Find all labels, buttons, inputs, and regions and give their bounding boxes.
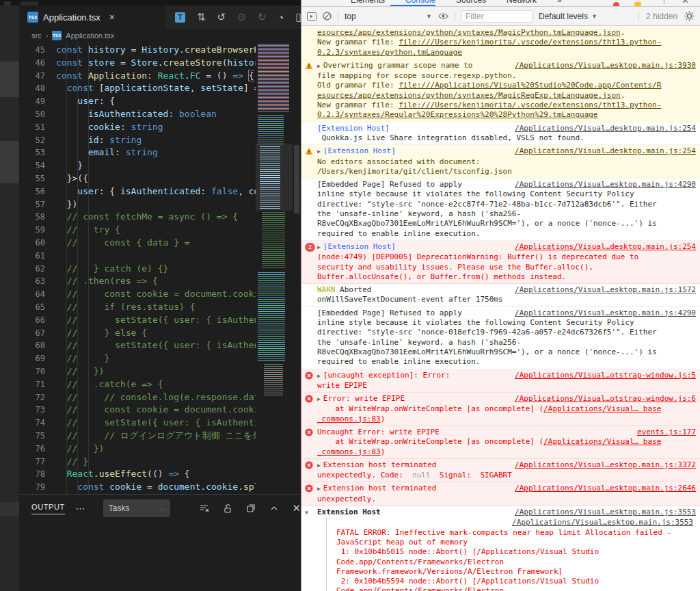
breadcrumb[interactable]: src › TSX Application.tsx	[19, 29, 301, 42]
source-link[interactable]: /Applications/Visual…esktop.main.js:3553	[512, 518, 693, 527]
tab-network[interactable]: Network	[505, 0, 538, 7]
code-line[interactable]: 59 // try {	[19, 224, 256, 237]
code-line[interactable]: 60 // const { data } =	[19, 237, 256, 250]
source-link[interactable]: 0.2.3/syntaxes/Regular%20Expressions%20%…	[317, 110, 598, 119]
code-line[interactable]: 76 // })	[19, 443, 256, 456]
nav-forward-icon[interactable]: ↻	[258, 11, 267, 23]
source-link[interactable]: _commons.js:83	[317, 415, 381, 423]
code-line[interactable]: 57 })	[19, 198, 256, 211]
code-line[interactable]: 62 // } catch (e) {}	[19, 263, 256, 276]
source-link[interactable]: /Applications/Visual…esktop.main.js:2646	[515, 484, 696, 493]
console-message[interactable]: ▶[Extension Host]/Applications/Visual…de…	[301, 145, 700, 179]
code-line[interactable]: 46const store = Store.createStore(histor	[19, 57, 256, 70]
console-log[interactable]: esources/app/extensions/python/syntaxes/…	[301, 27, 700, 591]
code-line[interactable]: 51 cookie: string	[19, 121, 256, 134]
log-levels-select[interactable]: Default levels ▼	[539, 12, 597, 21]
expand-icon[interactable]: ▼	[305, 508, 308, 591]
code-line[interactable]: 45const history = History.createBrowserH	[19, 44, 256, 57]
code-line[interactable]: 78 React.useEffect(() => {	[19, 468, 256, 481]
unlock-icon[interactable]	[222, 503, 233, 514]
code-line[interactable]: 58 // const fetchMe = async () => {	[19, 211, 256, 224]
source-link[interactable]: file:///Users/kenjimorita/.vscode/extens…	[399, 101, 661, 109]
console-message[interactable]: ▶Overwriting grammar scope name to/Appli…	[301, 60, 700, 122]
code-line[interactable]: 53 email: string	[19, 146, 256, 159]
tab-application-tsx[interactable]: TSX Application.tsx ×	[19, 5, 165, 29]
code-line[interactable]: 52 id: string	[19, 134, 256, 147]
code-line[interactable]: 61	[19, 250, 256, 263]
code-line[interactable]: 48 const [applicationState, setState] =	[19, 82, 256, 95]
source-link[interactable]: _commons.js:83	[317, 447, 381, 456]
console-message[interactable]: ▶Error: write EPIPE/Applications/Visual……	[301, 393, 700, 426]
code-line[interactable]: 49 user: {	[19, 95, 256, 108]
source-link[interactable]: /Applications/Visual…desktop.main.js:254	[515, 124, 696, 133]
expand-icon[interactable]: ▶	[317, 486, 321, 492]
breadcrumb-folder[interactable]: src	[31, 31, 42, 40]
code-line[interactable]: 67 // } else {	[19, 327, 256, 340]
expand-icon[interactable]: ▶	[317, 63, 321, 69]
console-message[interactable]: ▶[uncaught exception]: Error:/Applicatio…	[301, 369, 700, 393]
source-link[interactable]: /Applications/Visual…otstrap-window.js:6	[515, 394, 696, 404]
code-line[interactable]: 68 // setState({ user: { isAuthen	[19, 339, 256, 352]
code-line[interactable]: 54 }	[19, 159, 256, 172]
code-line[interactable]: 47const Application: React.FC = () => {	[19, 70, 256, 83]
source-link[interactable]: events.js:177	[637, 428, 696, 437]
source-link[interactable]: /Applications/Visual…esktop.main.js:3930	[515, 61, 696, 70]
source-link[interactable]: file:///Users/kenjimorita/.vscode/extens…	[399, 38, 661, 47]
code-line[interactable]: 74 // setState({ user: { isAuthenti	[19, 417, 256, 430]
code-line[interactable]: 72 // // console.log(e.response.dat	[19, 391, 256, 404]
source-link[interactable]: /Applications/Visual…otstrap-window.js:5	[515, 371, 696, 380]
source-link[interactable]: /Applications/Visual…esktop.main.js:3553	[515, 508, 696, 517]
devtools-menu-icon[interactable]: ⋮	[660, 0, 669, 5]
source-link[interactable]: /Applications/Visual…esktop.main.js:3372	[515, 460, 696, 470]
console-message[interactable]: ▼Extension Host/Applications/Visual…eskt…	[301, 506, 700, 591]
maximize-panel-icon[interactable]	[269, 503, 280, 514]
console-message[interactable]: ▶Extension host terminated/Applications/…	[301, 459, 700, 483]
code-line[interactable]: 64 // const cookie = document.cooki	[19, 288, 256, 301]
source-link[interactable]: 0.2.3/syntaxes/python.tmLanguage	[317, 48, 462, 57]
source-link[interactable]: file:///Applications/Visual%20Studio%20C…	[399, 81, 661, 90]
tab-elements[interactable]: Elements	[349, 0, 386, 7]
code-line[interactable]: 75 // // ログインログアウト制御 ここを外	[19, 430, 256, 443]
expand-icon[interactable]: ▶	[317, 373, 321, 379]
code-line[interactable]: 55 }>({	[19, 172, 256, 185]
more-tabs-icon[interactable]: »	[556, 0, 563, 7]
panel-more-icon[interactable]: ⋯	[76, 503, 87, 514]
code-line[interactable]: 56 user: { isAuthenticated: false, co	[19, 185, 256, 198]
code-line[interactable]: 69 // }	[19, 352, 256, 365]
source-link[interactable]: /Applications/Visual… base	[543, 404, 661, 413]
minimap[interactable]	[256, 42, 293, 398]
source-link[interactable]: /Applications/Visual…desktop.main.js:254	[515, 242, 696, 252]
code-line[interactable]: 63 // .then(res => {	[19, 275, 256, 288]
source-link[interactable]: esources/app/extensions/python/syntaxes/…	[317, 28, 621, 37]
preview-icon[interactable]: T	[175, 12, 185, 23]
minimap-viewport[interactable]	[256, 144, 293, 211]
expand-icon[interactable]: ▶	[317, 396, 321, 402]
code-line[interactable]: 50 isAuthenticated: boolean	[19, 108, 256, 121]
code-editor[interactable]: 45const history = History.createBrowserH…	[19, 42, 301, 494]
console-message[interactable]: 2▶[Extension Host]/Applications/Visual…d…	[301, 241, 700, 284]
code-line[interactable]: 79 const cookie = document.cookie.spl	[19, 481, 256, 494]
editor-scrollbar[interactable]	[293, 42, 301, 494]
clear-output-icon[interactable]	[199, 503, 210, 514]
devtools-close-icon[interactable]: ✕	[682, 0, 689, 5]
source-link[interactable]: /Applications/Visual… base	[543, 437, 661, 446]
code-line[interactable]: 73 // const cookie = document.cooki	[19, 404, 256, 417]
code-line[interactable]: 70 // })	[19, 365, 256, 378]
nav-dot-icon[interactable]: ⊙	[237, 11, 246, 23]
close-panel-icon[interactable]: ✕	[292, 502, 301, 514]
close-tab-icon[interactable]: ×	[109, 12, 115, 23]
console-sidebar-icon[interactable]	[307, 12, 317, 21]
expand-icon[interactable]: ▶	[317, 462, 321, 469]
context-select[interactable]: top ▼	[345, 12, 432, 21]
breadcrumb-file[interactable]: Application.tsx	[66, 31, 114, 40]
filter-input[interactable]	[461, 10, 533, 23]
source-link[interactable]: /Applications/Visual…desktop.main.js:254	[515, 146, 696, 156]
console-message[interactable]: ▶Extension host terminated/Applications/…	[301, 482, 700, 506]
output-channel-select[interactable]: Tasks ⌄	[103, 499, 171, 517]
tab-output[interactable]: OUTPUT	[31, 503, 65, 514]
source-link[interactable]: esources/app/extensions/python/syntaxes/…	[317, 91, 621, 100]
code-line[interactable]: 71 // .catch(e => {	[19, 378, 256, 391]
source-link[interactable]: /Applications/Visual…esktop.main.js:4290	[515, 180, 696, 189]
expand-icon[interactable]: ▶	[317, 244, 321, 250]
code-line[interactable]: 77 // }	[19, 456, 256, 469]
